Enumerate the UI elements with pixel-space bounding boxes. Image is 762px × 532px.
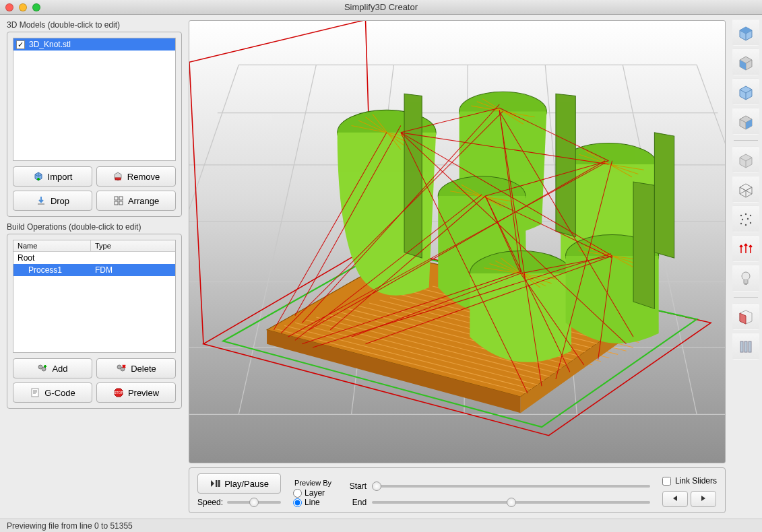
view-solid-icon — [736, 149, 756, 170]
prev-frame-button[interactable] — [662, 491, 688, 507]
view-iso-button[interactable] — [732, 78, 759, 105]
svg-rect-33 — [749, 341, 751, 352]
arrange-icon — [113, 195, 124, 206]
svg-rect-10 — [32, 389, 38, 397]
window-close-button[interactable] — [5, 3, 13, 11]
svg-rect-31 — [740, 341, 743, 352]
gcode-button[interactable]: G-Code — [13, 383, 92, 403]
view-wireframe-button[interactable] — [732, 176, 759, 203]
gcode-icon — [30, 387, 40, 398]
svg-rect-3 — [119, 197, 123, 200]
preview-button[interactable]: STOP Preview — [96, 383, 176, 403]
window-minimize-button[interactable] — [19, 3, 27, 11]
build-ops-panel-label: Build Operations (double-click to edit) — [7, 222, 182, 232]
svg-rect-2 — [115, 197, 118, 200]
build-ops-panel: Name Type Root Process1 FDM — [7, 234, 182, 409]
speed-slider[interactable] — [227, 501, 281, 504]
model-checkbox[interactable]: ✓ — [16, 40, 25, 49]
ops-column-name[interactable]: Name — [13, 240, 91, 251]
window-titlebar: Simplify3D Creator — [0, 0, 762, 15]
status-bar: Previewing file from line 0 to 51355 — [0, 519, 762, 532]
lighting-icon — [736, 268, 756, 288]
remove-button[interactable]: Remove — [96, 166, 176, 187]
play-pause-button[interactable]: Play/Pause — [197, 473, 281, 494]
svg-rect-32 — [744, 341, 747, 352]
svg-point-23 — [750, 215, 751, 216]
view-front-icon — [736, 52, 756, 72]
end-label: End — [344, 498, 367, 507]
triangle-left-icon — [671, 494, 679, 504]
drop-icon — [36, 195, 46, 206]
view-iso-icon — [736, 81, 756, 102]
remove-icon — [113, 171, 123, 182]
model-name: 3D_Knot.stl — [29, 40, 71, 49]
machine-icon — [736, 336, 756, 356]
triangle-right-icon — [699, 494, 707, 504]
ops-column-type[interactable]: Type — [91, 240, 175, 251]
add-icon — [37, 363, 48, 374]
build-ops-table[interactable]: Name Type Root Process1 FDM — [13, 240, 176, 353]
svg-point-24 — [742, 219, 743, 220]
drop-button[interactable]: Drop — [13, 191, 92, 211]
svg-text:STOP: STOP — [114, 391, 123, 395]
svg-point-27 — [745, 224, 747, 226]
svg-point-26 — [740, 223, 742, 224]
arrange-button[interactable]: Arrange — [96, 191, 176, 211]
start-slider[interactable] — [372, 485, 650, 488]
view-side-icon — [736, 111, 756, 131]
view-top-icon — [736, 22, 756, 42]
preview-by-line-radio[interactable]: Line — [293, 498, 320, 507]
preview-by-label: Preview By — [294, 479, 331, 487]
svg-rect-4 — [115, 201, 118, 205]
delete-button[interactable]: Delete — [96, 358, 176, 378]
start-label: Start — [344, 481, 367, 491]
play-pause-icon — [210, 478, 220, 489]
speed-label: Speed: — [197, 498, 223, 507]
svg-point-22 — [745, 213, 747, 215]
svg-rect-1 — [38, 203, 44, 205]
svg-point-29 — [742, 272, 750, 280]
delete-icon — [116, 363, 127, 374]
view-front-button[interactable] — [732, 48, 759, 75]
lighting-button[interactable] — [732, 265, 759, 292]
3d-viewport[interactable] — [189, 20, 726, 463]
stop-icon: STOP — [113, 387, 124, 398]
svg-point-25 — [747, 218, 749, 220]
view-top-button[interactable] — [732, 19, 759, 46]
svg-point-28 — [750, 222, 751, 224]
view-wireframe-icon — [736, 179, 756, 199]
window-title: Simplify3D Creator — [0, 2, 762, 12]
end-slider[interactable] — [372, 501, 650, 504]
svg-rect-19 — [216, 480, 218, 487]
cross-section-icon — [736, 306, 756, 327]
svg-rect-5 — [119, 201, 123, 205]
view-points-button[interactable] — [732, 205, 759, 232]
view-side-button[interactable] — [732, 108, 759, 135]
cross-section-button[interactable] — [732, 303, 759, 330]
status-text: Previewing file from line 0 to 51355 — [7, 521, 133, 531]
add-button[interactable]: Add — [13, 358, 92, 378]
model-list-item[interactable]: ✓ 3D_Knot.stl — [13, 38, 175, 51]
machine-button[interactable] — [732, 333, 759, 360]
svg-rect-0 — [115, 178, 121, 180]
ops-row-process[interactable]: Process1 FDM — [13, 264, 175, 276]
view-normals-icon — [736, 238, 756, 259]
view-solid-button[interactable] — [732, 146, 759, 173]
svg-rect-30 — [744, 284, 747, 285]
svg-point-21 — [740, 215, 742, 216]
models-listbox[interactable]: ✓ 3D_Knot.stl — [13, 38, 176, 161]
svg-rect-20 — [218, 480, 220, 487]
view-points-icon — [736, 209, 756, 229]
link-sliders-checkbox[interactable]: Link Sliders — [662, 476, 717, 486]
view-normals-button[interactable] — [732, 235, 759, 262]
import-icon — [33, 171, 44, 182]
window-zoom-button[interactable] — [32, 3, 40, 11]
view-toolbar — [730, 15, 762, 519]
preview-by-layer-radio[interactable]: Layer — [293, 488, 325, 498]
models-panel-label: 3D Models (double-click to edit) — [7, 20, 182, 30]
import-button[interactable]: Import — [13, 166, 92, 187]
preview-controls-panel: Play/Pause Speed: Preview By Layer Line — [189, 467, 726, 513]
models-panel: ✓ 3D_Knot.stl Import — [7, 32, 182, 217]
ops-row-root[interactable]: Root — [13, 252, 175, 264]
next-frame-button[interactable] — [691, 491, 716, 507]
